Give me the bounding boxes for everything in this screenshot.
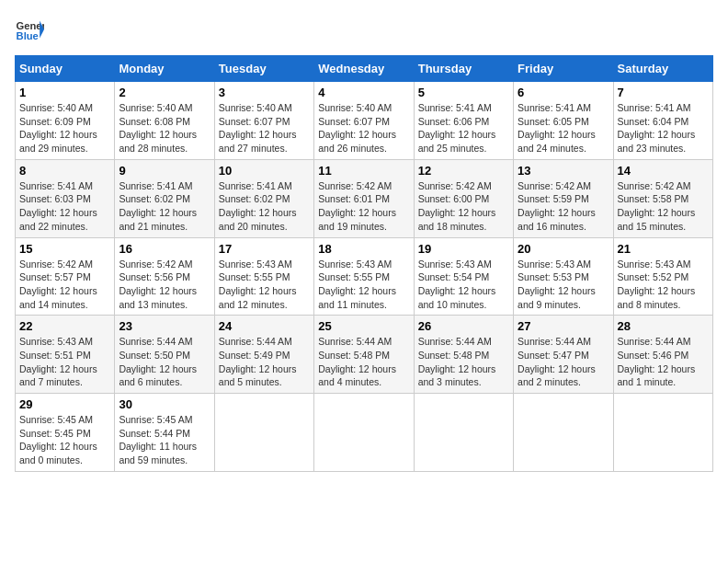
calendar-cell: 29Sunrise: 5:45 AMSunset: 5:45 PMDayligh…: [16, 394, 115, 472]
day-info: Sunrise: 5:43 AMSunset: 5:55 PMDaylight:…: [219, 258, 310, 312]
weekday-header: Tuesday: [214, 56, 313, 82]
calendar-table: SundayMondayTuesdayWednesdayThursdayFrid…: [15, 55, 713, 472]
day-number: 11: [318, 164, 409, 178]
calendar-cell: [314, 394, 414, 472]
calendar-header-row: SundayMondayTuesdayWednesdayThursdayFrid…: [16, 56, 713, 82]
calendar-cell: 9Sunrise: 5:41 AMSunset: 6:02 PMDaylight…: [115, 159, 214, 237]
day-number: 17: [219, 242, 310, 256]
day-info: Sunrise: 5:43 AMSunset: 5:54 PMDaylight:…: [418, 258, 509, 312]
day-info: Sunrise: 5:42 AMSunset: 6:01 PMDaylight:…: [318, 179, 409, 234]
day-info: Sunrise: 5:41 AMSunset: 6:02 PMDaylight:…: [119, 179, 210, 234]
calendar-cell: 16Sunrise: 5:42 AMSunset: 5:56 PMDayligh…: [115, 237, 214, 316]
day-info: Sunrise: 5:40 AMSunset: 6:07 PMDaylight:…: [219, 101, 310, 155]
calendar-cell: [214, 394, 313, 472]
weekday-header: Saturday: [613, 56, 712, 82]
weekday-header: Sunday: [16, 56, 115, 82]
day-number: 27: [518, 319, 609, 333]
day-info: Sunrise: 5:41 AMSunset: 6:06 PMDaylight:…: [418, 101, 509, 155]
day-info: Sunrise: 5:45 AMSunset: 5:44 PMDaylight:…: [119, 413, 210, 467]
day-number: 13: [518, 164, 609, 178]
weekday-header: Friday: [514, 56, 613, 82]
calendar-cell: 6Sunrise: 5:41 AMSunset: 6:05 PMDaylight…: [514, 82, 613, 160]
day-number: 26: [418, 319, 509, 333]
day-number: 4: [318, 86, 409, 99]
calendar-cell: 23Sunrise: 5:44 AMSunset: 5:50 PMDayligh…: [115, 316, 214, 394]
day-number: 3: [219, 86, 310, 99]
day-number: 15: [19, 242, 110, 256]
day-info: Sunrise: 5:44 AMSunset: 5:48 PMDaylight:…: [418, 335, 509, 389]
logo-icon: General Blue: [15, 15, 44, 44]
day-info: Sunrise: 5:41 AMSunset: 6:03 PMDaylight:…: [19, 179, 110, 234]
day-number: 2: [119, 86, 210, 99]
calendar-cell: 25Sunrise: 5:44 AMSunset: 5:48 PMDayligh…: [314, 316, 414, 394]
day-info: Sunrise: 5:42 AMSunset: 6:00 PMDaylight:…: [418, 179, 509, 234]
day-info: Sunrise: 5:44 AMSunset: 5:47 PMDaylight:…: [518, 335, 609, 389]
day-number: 1: [19, 86, 110, 99]
day-info: Sunrise: 5:44 AMSunset: 5:49 PMDaylight:…: [219, 335, 310, 389]
day-info: Sunrise: 5:41 AMSunset: 6:05 PMDaylight:…: [518, 101, 609, 155]
day-number: 29: [19, 397, 110, 411]
day-number: 30: [119, 397, 210, 411]
calendar-cell: 18Sunrise: 5:43 AMSunset: 5:55 PMDayligh…: [314, 237, 414, 316]
page-header: General Blue: [15, 15, 713, 44]
day-info: Sunrise: 5:43 AMSunset: 5:51 PMDaylight:…: [19, 335, 110, 389]
calendar-cell: [613, 394, 712, 472]
calendar-cell: 12Sunrise: 5:42 AMSunset: 6:00 PMDayligh…: [414, 159, 513, 237]
calendar-cell: 7Sunrise: 5:41 AMSunset: 6:04 PMDaylight…: [613, 82, 712, 160]
logo: General Blue: [15, 15, 44, 44]
day-number: 8: [19, 164, 110, 178]
day-number: 6: [518, 86, 609, 99]
weekday-header: Monday: [115, 56, 214, 82]
day-number: 25: [318, 319, 409, 333]
day-number: 9: [119, 164, 210, 178]
calendar-week-row: 29Sunrise: 5:45 AMSunset: 5:45 PMDayligh…: [16, 394, 713, 472]
calendar-cell: 14Sunrise: 5:42 AMSunset: 5:58 PMDayligh…: [613, 159, 712, 237]
day-info: Sunrise: 5:40 AMSunset: 6:08 PMDaylight:…: [119, 101, 210, 155]
calendar-cell: 5Sunrise: 5:41 AMSunset: 6:06 PMDaylight…: [414, 82, 513, 160]
weekday-header: Thursday: [414, 56, 513, 82]
calendar-cell: [414, 394, 513, 472]
calendar-cell: 19Sunrise: 5:43 AMSunset: 5:54 PMDayligh…: [414, 237, 513, 316]
calendar-cell: 15Sunrise: 5:42 AMSunset: 5:57 PMDayligh…: [16, 237, 115, 316]
calendar-week-row: 15Sunrise: 5:42 AMSunset: 5:57 PMDayligh…: [16, 237, 713, 316]
day-info: Sunrise: 5:42 AMSunset: 5:56 PMDaylight:…: [119, 258, 210, 312]
day-number: 22: [19, 319, 110, 333]
calendar-cell: 24Sunrise: 5:44 AMSunset: 5:49 PMDayligh…: [214, 316, 313, 394]
calendar-cell: 4Sunrise: 5:40 AMSunset: 6:07 PMDaylight…: [314, 82, 414, 160]
day-info: Sunrise: 5:42 AMSunset: 5:57 PMDaylight:…: [19, 258, 110, 312]
calendar-week-row: 22Sunrise: 5:43 AMSunset: 5:51 PMDayligh…: [16, 316, 713, 394]
day-info: Sunrise: 5:43 AMSunset: 5:55 PMDaylight:…: [318, 258, 409, 312]
day-number: 10: [219, 164, 310, 178]
day-number: 19: [418, 242, 509, 256]
day-info: Sunrise: 5:40 AMSunset: 6:09 PMDaylight:…: [19, 101, 110, 155]
day-number: 7: [618, 86, 709, 99]
calendar-cell: 26Sunrise: 5:44 AMSunset: 5:48 PMDayligh…: [414, 316, 513, 394]
day-info: Sunrise: 5:45 AMSunset: 5:45 PMDaylight:…: [19, 413, 110, 467]
calendar-cell: 27Sunrise: 5:44 AMSunset: 5:47 PMDayligh…: [514, 316, 613, 394]
day-number: 28: [618, 319, 709, 333]
day-number: 20: [518, 242, 609, 256]
calendar-cell: 3Sunrise: 5:40 AMSunset: 6:07 PMDaylight…: [214, 82, 313, 160]
calendar-cell: 30Sunrise: 5:45 AMSunset: 5:44 PMDayligh…: [115, 394, 214, 472]
calendar-cell: 11Sunrise: 5:42 AMSunset: 6:01 PMDayligh…: [314, 159, 414, 237]
calendar-cell: 13Sunrise: 5:42 AMSunset: 5:59 PMDayligh…: [514, 159, 613, 237]
day-number: 12: [418, 164, 509, 178]
calendar-cell: [514, 394, 613, 472]
day-number: 14: [618, 164, 709, 178]
day-number: 21: [618, 242, 709, 256]
day-info: Sunrise: 5:44 AMSunset: 5:48 PMDaylight:…: [318, 335, 409, 389]
day-info: Sunrise: 5:43 AMSunset: 5:52 PMDaylight:…: [618, 258, 709, 312]
day-number: 24: [219, 319, 310, 333]
calendar-cell: 10Sunrise: 5:41 AMSunset: 6:02 PMDayligh…: [214, 159, 313, 237]
day-info: Sunrise: 5:44 AMSunset: 5:50 PMDaylight:…: [119, 335, 210, 389]
calendar-week-row: 8Sunrise: 5:41 AMSunset: 6:03 PMDaylight…: [16, 159, 713, 237]
calendar-cell: 21Sunrise: 5:43 AMSunset: 5:52 PMDayligh…: [613, 237, 712, 316]
calendar-cell: 1Sunrise: 5:40 AMSunset: 6:09 PMDaylight…: [16, 82, 115, 160]
day-number: 5: [418, 86, 509, 99]
day-info: Sunrise: 5:42 AMSunset: 5:58 PMDaylight:…: [618, 179, 709, 234]
svg-text:Blue: Blue: [17, 30, 39, 41]
calendar-cell: 28Sunrise: 5:44 AMSunset: 5:46 PMDayligh…: [613, 316, 712, 394]
day-info: Sunrise: 5:42 AMSunset: 5:59 PMDaylight:…: [518, 179, 609, 234]
weekday-header: Wednesday: [314, 56, 414, 82]
day-info: Sunrise: 5:40 AMSunset: 6:07 PMDaylight:…: [318, 101, 409, 155]
